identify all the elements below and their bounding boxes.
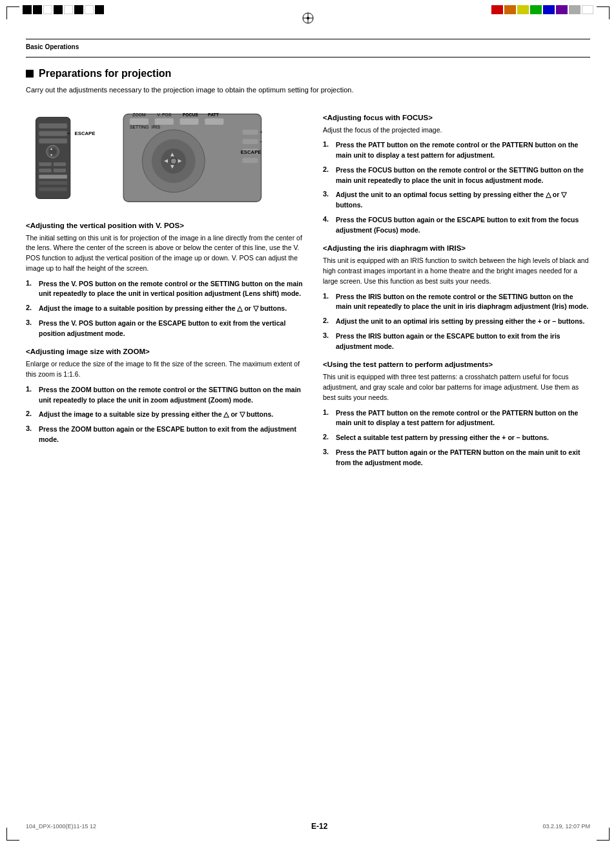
crosshair-symbol: [302, 12, 314, 26]
focus-step-2: 2. Press the FOCUS button on the remote …: [323, 165, 590, 186]
svg-rect-31: [242, 129, 258, 134]
vpos-title: <Adjusting the vertical position with V.…: [26, 222, 303, 229]
focus-steps: 1. Press the PATT button on the remote c…: [323, 140, 590, 235]
page: Basic Operations Preparations for projec…: [0, 0, 616, 847]
step-num: 2.: [323, 317, 333, 324]
col-right: <Adjusting focus with FOCUS> Adjust the …: [323, 105, 590, 473]
zoom-desc: Enlarge or reduce the size of the image …: [26, 359, 303, 380]
svg-rect-12: [39, 174, 67, 178]
step-text: Press the ZOOM button again or the ESCAP…: [39, 424, 303, 445]
pattern-step-1: 1. Press the PATT button on the remote c…: [323, 408, 590, 429]
step-num: 1.: [26, 385, 36, 393]
svg-rect-3: [39, 138, 67, 143]
svg-text:FOCUS: FOCUS: [183, 112, 198, 117]
svg-text:▲: ▲: [169, 150, 176, 157]
iris-step-1: 1. Press the IRIS button on the remote c…: [323, 292, 590, 313]
step-num: 3.: [323, 331, 333, 339]
title-icon: [26, 70, 34, 78]
step-text: Press the PATT button on the remote cont…: [336, 140, 590, 161]
svg-text:▼: ▼: [50, 152, 54, 156]
zoom-title: <Adjusting image size with ZOOM>: [26, 348, 303, 355]
page-footer: 104_DPX-1000(E)11-15 12 E-12 03.2.19, 12…: [26, 822, 590, 831]
iris-step-2: 2. Adjust the unit to an optimal iris se…: [323, 317, 590, 327]
footer-right: 03.2.19, 12:07 PM: [542, 823, 590, 830]
step-text: Press the V. POS button again or the ESC…: [39, 319, 303, 339]
step-num: 3.: [323, 448, 333, 455]
svg-text:IRIS: IRIS: [152, 124, 161, 129]
pattern-step-2: 2. Select a suitable test pattern by pre…: [323, 433, 590, 443]
step-num: 2.: [323, 433, 333, 441]
page-number: E-12: [311, 822, 327, 831]
pattern-desc: This unit is equipped with three test pa…: [323, 372, 590, 403]
step-text: Press the PATT button again or the PATTE…: [336, 448, 590, 468]
step-text: Press the FOCUS button again or the ESCA…: [336, 215, 590, 236]
vpos-desc: The initial setting on this unit is for …: [26, 233, 303, 274]
svg-rect-10: [39, 168, 51, 172]
svg-rect-20: [180, 118, 198, 125]
svg-rect-32: [242, 139, 258, 144]
col-left: ▲ ▼ ESCAPE: [26, 105, 303, 473]
focus-title: <Adjusting focus with FOCUS>: [323, 114, 590, 121]
svg-text:►: ►: [177, 157, 183, 164]
step-text: Adjust the unit to an optimal iris setti…: [336, 317, 584, 327]
svg-text:+: +: [260, 129, 263, 134]
focus-desc: Adjust the focus of the projected image.: [323, 125, 590, 136]
step-text: Press the ZOOM button on the remote cont…: [39, 385, 303, 406]
zoom-step-2: 2. Adjust the image to a suitable size b…: [26, 410, 303, 420]
focus-step-4: 4. Press the FOCUS button again or the E…: [323, 215, 590, 236]
vpos-step-3: 3. Press the V. POS button again or the …: [26, 319, 303, 339]
step-text: Select a suitable test pattern by pressi…: [336, 433, 549, 443]
iris-step-3: 3. Press the IRIS button again or the ES…: [323, 331, 590, 352]
header-section: Basic Operations: [26, 39, 590, 50]
step-text: Press the PATT button on the remote cont…: [336, 408, 590, 429]
zoom-steps: 1. Press the ZOOM button on the remote c…: [26, 385, 303, 445]
vpos-step-2: 2. Adjust the image to a suitable positi…: [26, 304, 303, 314]
svg-rect-2: [39, 131, 67, 136]
step-num: 1.: [323, 408, 333, 416]
zoom-step-3: 3. Press the ZOOM button again or the ES…: [26, 424, 303, 445]
step-num: 4.: [323, 215, 333, 223]
main-title: Preparations for projection: [26, 68, 590, 79]
svg-text:◄: ◄: [163, 157, 169, 164]
svg-rect-14: [39, 187, 67, 191]
step-num: 3.: [323, 190, 333, 198]
diagram-svg: ▲ ▼ ESCAPE: [26, 105, 271, 208]
step-text: Adjust the image to a suitable size by p…: [39, 410, 273, 420]
iris-desc: This unit is equipped with an IRIS funct…: [323, 256, 590, 286]
step-text: Adjust the image to a suitable position …: [39, 304, 287, 314]
focus-step-3: 3. Adjust the unit to an optimal focus s…: [323, 190, 590, 211]
step-num: 1.: [323, 292, 333, 300]
step-num: 3.: [26, 319, 36, 326]
svg-rect-8: [39, 162, 51, 166]
step-num: 3.: [26, 424, 36, 432]
pattern-title: <Using the test pattern to perform adjus…: [323, 361, 590, 368]
intro-text: Carry out the adjustments necessary to t…: [26, 85, 590, 96]
svg-rect-9: [54, 162, 66, 166]
svg-text:SETTING: SETTING: [130, 124, 149, 129]
svg-rect-1: [39, 123, 67, 129]
step-num: 2.: [323, 165, 333, 173]
pattern-step-3: 3. Press the PATT button again or the PA…: [323, 448, 590, 468]
step-text: Press the FOCUS button on the remote con…: [336, 165, 590, 186]
focus-step-1: 1. Press the PATT button on the remote c…: [323, 140, 590, 161]
svg-text:−: −: [260, 140, 263, 144]
svg-text:▲: ▲: [50, 146, 54, 150]
svg-rect-11: [54, 168, 66, 172]
diagram-area: ▲ ▼ ESCAPE: [26, 105, 303, 211]
iris-steps: 1. Press the IRIS button on the remote c…: [323, 292, 590, 352]
divider: [26, 57, 590, 58]
svg-point-47: [307, 17, 309, 19]
step-text: Press the IRIS button on the remote cont…: [336, 292, 590, 313]
step-num: 1.: [26, 279, 36, 287]
step-num: 1.: [323, 140, 333, 148]
pattern-steps: 1. Press the PATT button on the remote c…: [323, 408, 590, 468]
step-num: 2.: [26, 410, 36, 417]
footer-left: 104_DPX-1000(E)11-15 12: [26, 823, 96, 830]
svg-text:V. POS: V. POS: [157, 112, 171, 117]
iris-title: <Adjusting the iris diaphragm with IRIS>: [323, 244, 590, 252]
title-text: Preparations for projection: [39, 68, 171, 79]
step-text: Adjust the unit to an optimal focus sett…: [336, 190, 590, 211]
svg-rect-34: [242, 158, 258, 163]
two-col: ▲ ▼ ESCAPE: [26, 105, 590, 473]
svg-text:PATT: PATT: [208, 112, 220, 117]
